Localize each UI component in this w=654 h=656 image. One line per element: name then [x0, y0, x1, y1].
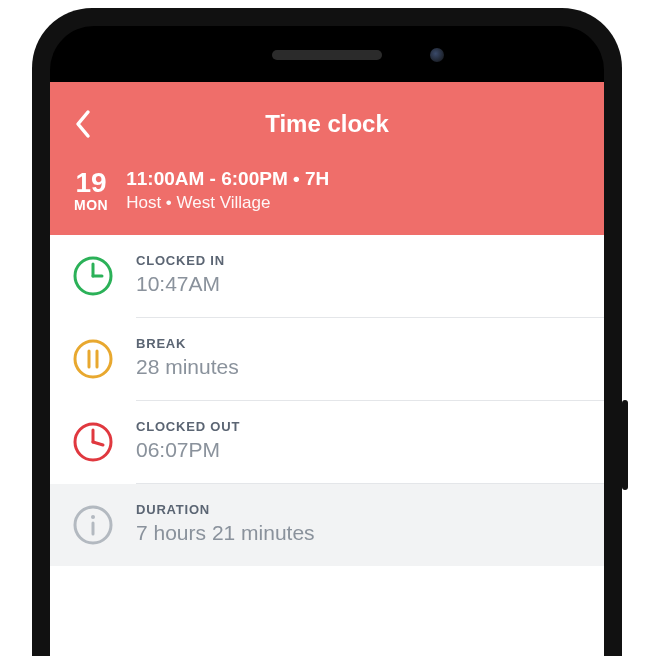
svg-line-8 — [93, 442, 103, 445]
svg-point-3 — [75, 341, 111, 377]
app-screen: Time clock 19 MON 11:00AM - 6:00PM • 7H … — [50, 82, 604, 656]
clocked-out-value: 06:07PM — [136, 436, 240, 463]
phone-side-button — [622, 400, 628, 490]
svg-point-10 — [91, 515, 95, 519]
phone-speaker — [272, 50, 382, 60]
header: Time clock 19 MON 11:00AM - 6:00PM • 7H … — [50, 82, 604, 235]
phone-front-camera — [430, 48, 444, 62]
date-day: MON — [74, 198, 108, 213]
shift-summary: 19 MON 11:00AM - 6:00PM • 7H Host • West… — [74, 166, 580, 215]
break-value: 28 minutes — [136, 353, 239, 380]
page-title: Time clock — [74, 110, 580, 138]
break-label: BREAK — [136, 336, 239, 353]
shift-time-range: 11:00AM - 6:00PM • 7H — [126, 166, 329, 192]
phone-speaker-bar — [50, 50, 604, 60]
row-clocked-in[interactable]: CLOCKED IN 10:47AM — [50, 235, 604, 317]
pause-icon — [70, 336, 116, 382]
info-icon — [70, 502, 116, 548]
time-entries-list: CLOCKED IN 10:47AM BREAK — [50, 235, 604, 566]
row-break[interactable]: BREAK 28 minutes — [50, 318, 604, 400]
duration-value: 7 hours 21 minutes — [136, 519, 315, 546]
date-number: 19 — [74, 168, 108, 197]
header-top: Time clock — [74, 104, 580, 144]
row-clocked-out[interactable]: CLOCKED OUT 06:07PM — [50, 401, 604, 483]
row-duration[interactable]: DURATION 7 hours 21 minutes — [50, 484, 604, 566]
clocked-out-label: CLOCKED OUT — [136, 419, 240, 436]
clock-icon — [70, 253, 116, 299]
clock-out-icon — [70, 419, 116, 465]
clocked-in-value: 10:47AM — [136, 270, 225, 297]
date-block: 19 MON — [74, 168, 108, 212]
duration-label: DURATION — [136, 502, 315, 519]
phone-frame: Time clock 19 MON 11:00AM - 6:00PM • 7H … — [32, 8, 622, 656]
shift-block: 11:00AM - 6:00PM • 7H Host • West Villag… — [126, 166, 329, 215]
shift-role-location: Host • West Village — [126, 192, 329, 215]
clocked-in-label: CLOCKED IN — [136, 253, 225, 270]
phone-bezel: Time clock 19 MON 11:00AM - 6:00PM • 7H … — [50, 26, 604, 656]
